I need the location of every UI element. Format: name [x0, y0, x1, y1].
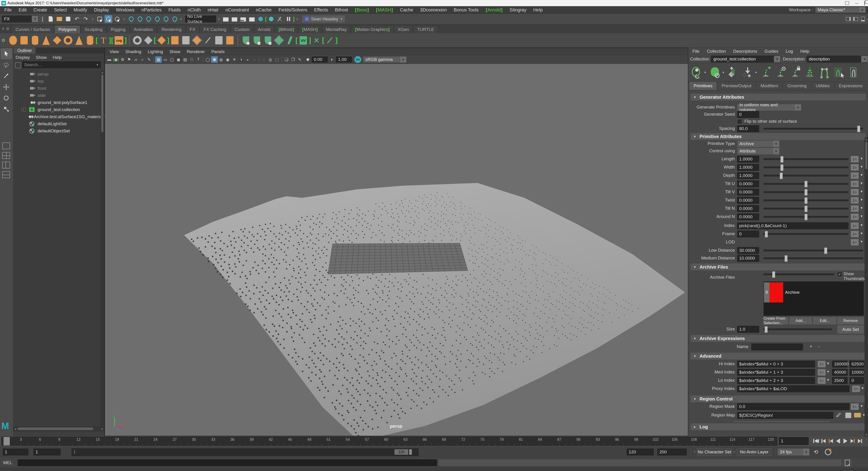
toolbox-paint-selection-tool[interactable]: [1, 71, 11, 81]
shelf-tab-curves-surfaces[interactable]: Curves / Surfaces: [12, 25, 54, 33]
shelf-icon-poly-pipe[interactable]: [85, 34, 96, 46]
paint-effects-icon[interactable]: [276, 15, 284, 23]
playback-start-field[interactable]: 1: [33, 448, 61, 456]
character-set-menu-icon[interactable]: ▽: [693, 450, 695, 453]
shelf-icon-poly-cube[interactable]: [19, 34, 30, 46]
select-hierarchy-icon[interactable]: [96, 15, 103, 23]
viewport-bookmark-icon[interactable]: ⚑: [126, 56, 132, 63]
shelf-tab-custom[interactable]: Custom: [230, 25, 253, 33]
group-collapse-icon[interactable]: ›: [90, 16, 95, 22]
shelf-tab-rendering[interactable]: Rendering: [157, 25, 185, 33]
chevron-down-icon[interactable]: ▼: [860, 165, 863, 169]
outliner-item[interactable]: Archive:test:alSurface1SG_materialRef: [13, 113, 100, 120]
outliner-menu-help[interactable]: Help: [53, 55, 62, 60]
command-results[interactable]: [438, 459, 842, 466]
viewport-panel[interactable]: ViewShadingLightingShowRendererPanels ▬[…: [104, 47, 688, 436]
playback-play-backwards-button[interactable]: [834, 437, 842, 445]
shelf-icon-bevel[interactable]: [224, 34, 236, 46]
xgen-tool-mirror-guides[interactable]: [803, 66, 816, 79]
attr-slider[interactable]: [763, 191, 848, 193]
slider-thumb[interactable]: [857, 126, 860, 132]
xgen-tool-lock-guides[interactable]: [788, 66, 802, 79]
pause-viewport-icon[interactable]: [285, 15, 292, 23]
chevron-down-icon[interactable]: ▼: [860, 206, 863, 210]
attr-value-field[interactable]: 1.0000: [737, 156, 759, 163]
make-live-icon[interactable]: [171, 15, 179, 23]
outliner-item[interactable]: +Xground_test:collection: [13, 106, 100, 113]
outliner-menu-show[interactable]: Show: [36, 55, 47, 60]
expression-icon[interactable]: Σ=: [818, 361, 826, 367]
outliner-tab[interactable]: Outliner: [14, 47, 35, 54]
open-scene-icon[interactable]: [56, 15, 63, 23]
viewport-shadows-icon[interactable]: ◑: [238, 56, 244, 63]
viewport-field-chart-icon[interactable]: ▤: [182, 56, 188, 63]
toolbox-select-tool[interactable]: [1, 48, 12, 59]
viewport-wireframe-icon[interactable]: ◯: [205, 56, 211, 63]
shelf-icon-uv-editor[interactable]: UV: [298, 34, 309, 46]
xgen-menu-descriptions[interactable]: Descriptions: [733, 49, 757, 54]
folder-icon[interactable]: [854, 413, 861, 417]
toolbox-layout-persp-outliner[interactable]: [1, 170, 11, 179]
xgen-menu-help[interactable]: Help: [800, 49, 809, 54]
attr-value-field[interactable]: 1.0000: [737, 164, 759, 171]
colorspace-dropdown[interactable]: sRGB gamma ▼: [363, 56, 407, 63]
chevron-down-icon[interactable]: ▼: [860, 232, 863, 235]
expression-icon[interactable]: Σ=: [851, 181, 859, 187]
attr-value-field[interactable]: 0: [737, 231, 759, 237]
shelf-icon-mirror[interactable]: [180, 34, 191, 46]
shelf-tab-mentalray[interactable]: MentalRay: [322, 25, 351, 33]
shelf-gear-icon[interactable]: ⚙: [6, 27, 9, 31]
ipr-render-icon[interactable]: IPR: [239, 15, 247, 23]
viewport-grease-pencil-icon[interactable]: ✎: [146, 56, 152, 63]
archive-add-button[interactable]: Add...: [789, 317, 812, 325]
select-component-icon[interactable]: [113, 15, 121, 23]
group-collapse-icon[interactable]: ❙: [38, 16, 46, 22]
slider-thumb[interactable]: [824, 247, 827, 254]
viewport-two-d-pan-zoom-icon[interactable]: ⌕: [139, 56, 146, 63]
shelf-icon-poly-sphere[interactable]: [7, 34, 19, 46]
slider-thumb[interactable]: [780, 173, 783, 179]
shelf-icon-automatic-mapping[interactable]: [274, 34, 284, 46]
viewport-film-gate-icon[interactable]: ▭: [162, 56, 168, 63]
shelf-icon-target-weld[interactable]: [213, 34, 224, 46]
viewport-menu-panels[interactable]: Panels: [211, 49, 225, 54]
attr-value-field[interactable]: 0.0000: [737, 189, 759, 196]
shelf-icon-poly-cone[interactable]: [40, 34, 52, 46]
viewport-screen-space-ao-icon[interactable]: ◒: [244, 56, 251, 63]
viewport-select-camera-icon[interactable]: ▬: [106, 56, 113, 63]
chevron-down-icon[interactable]: ▼: [827, 362, 830, 365]
toolbox-lasso-tool[interactable]: [1, 60, 11, 70]
snap-to-point-icon[interactable]: [145, 15, 152, 23]
playback-step-back-frame-button[interactable]: [819, 437, 827, 445]
anim-layer-button[interactable]: No Anim Layer: [737, 448, 772, 456]
shelf-tab-xgen[interactable]: XGen: [394, 25, 413, 33]
attr-slider[interactable]: [763, 233, 848, 235]
xgen-tool-guide-width[interactable]: [818, 66, 831, 79]
selection-mode-dropdown[interactable]: FX ▼: [2, 15, 38, 23]
advanced-expression-field[interactable]: $aIndex*$aMul + $aLOD: [737, 385, 849, 392]
xgen-tab-preview-output[interactable]: Preview/Output: [717, 81, 756, 90]
slider-thumb[interactable]: [772, 271, 775, 278]
xgen-section-primitive-attributes[interactable]: ▼Primitive Attributes: [690, 133, 866, 140]
attr-value-field[interactable]: 10.0000: [737, 255, 759, 262]
viewport-safe-action-icon[interactable]: □: [188, 56, 195, 63]
shelf-icon-separate[interactable]: [143, 34, 154, 46]
script-editor-icon[interactable]: [843, 459, 851, 466]
menu-modify[interactable]: Modify: [70, 6, 91, 13]
render-current-frame-icon[interactable]: [230, 15, 238, 23]
chevron-down-icon[interactable]: ▼: [860, 223, 863, 227]
viewport-menu-lighting[interactable]: Lighting: [148, 49, 163, 54]
render-settings-icon[interactable]: [248, 15, 256, 23]
exposure-field[interactable]: 0.00: [312, 57, 328, 63]
expression-icon[interactable]: Σ=: [852, 385, 860, 392]
slider-thumb[interactable]: [805, 189, 807, 196]
archive-create-from-selection-button[interactable]: Create From Selection...: [763, 317, 788, 325]
expression-icon[interactable]: Σ=: [851, 214, 859, 220]
xgen-tab-expressions[interactable]: Expressions: [835, 81, 867, 90]
menu-help[interactable]: Help: [530, 6, 546, 13]
shelf-icon-transfer-attributes[interactable]: ✕: [311, 34, 322, 46]
menu-create[interactable]: Create: [30, 6, 51, 13]
menu-effects[interactable]: Effects: [311, 6, 332, 13]
menu-select[interactable]: Select: [51, 6, 70, 13]
attr-value-field[interactable]: 0.0000: [737, 180, 759, 187]
